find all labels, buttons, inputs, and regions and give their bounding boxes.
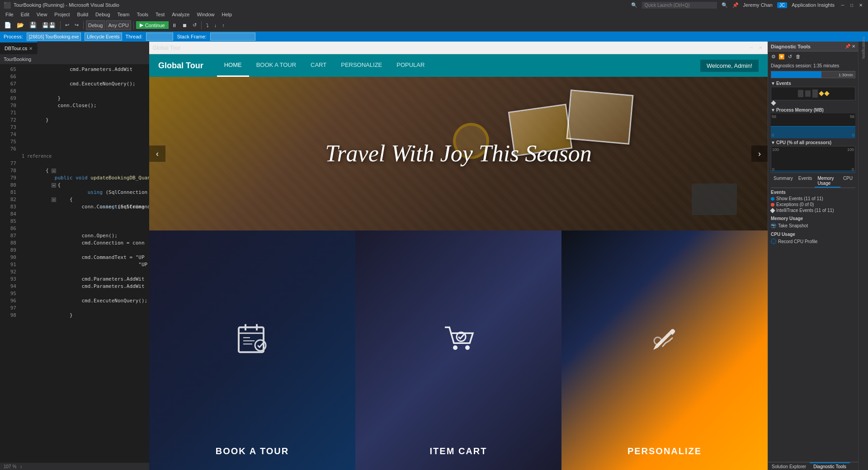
menu-analyze[interactable]: Analyze bbox=[168, 11, 193, 18]
diag-time-bar: 1:30min bbox=[771, 71, 855, 78]
code-line-97 bbox=[22, 305, 146, 312]
card-personalize[interactable]: PERSONALIZE bbox=[561, 230, 768, 470]
diag-settings-icon[interactable]: ⚙ bbox=[770, 53, 777, 60]
save-btn[interactable]: 💾 bbox=[27, 20, 39, 30]
menu-window[interactable]: Window bbox=[193, 11, 218, 18]
nav-home[interactable]: HOME bbox=[217, 54, 249, 77]
events-bar-3 bbox=[812, 89, 818, 98]
card-item-cart[interactable]: ITEM CART bbox=[355, 230, 561, 470]
nav-popular[interactable]: POPULAR bbox=[389, 54, 432, 77]
diagnostic-panel: Diagnostic Tools 📌 ✕ ⚙ 🔽 ↺ 🗑 Diagnostics… bbox=[768, 42, 858, 470]
memory-usage-title: Memory Usage bbox=[771, 216, 855, 221]
diag-tab-memory[interactable]: Memory Usage bbox=[815, 175, 840, 188]
app-close[interactable]: ✕ bbox=[757, 44, 764, 52]
cpu-dropdown[interactable]: Any CPU bbox=[106, 20, 131, 30]
hero-prev-btn[interactable]: ‹ bbox=[149, 146, 165, 162]
step-into-btn[interactable]: ↓ bbox=[212, 20, 219, 30]
new-project-btn[interactable]: 📄 bbox=[2, 20, 14, 30]
close-btn[interactable]: ✕ bbox=[857, 1, 864, 9]
code-line-98: } bbox=[22, 312, 146, 319]
diag-filter-icon[interactable]: 🔽 bbox=[778, 53, 785, 60]
undo-btn[interactable]: ↩ bbox=[63, 20, 71, 30]
app-minimize[interactable]: ─ bbox=[748, 44, 755, 52]
diag-events-section[interactable]: ▼ Events bbox=[771, 81, 855, 86]
play-icon: ▶ bbox=[140, 22, 143, 28]
zoom-indicator: 107 % ↕ bbox=[0, 463, 149, 470]
quick-launch-text[interactable]: Quick Launch (Ctrl+Q) bbox=[642, 2, 717, 9]
menu-edit[interactable]: Edit bbox=[17, 11, 33, 18]
menu-test[interactable]: Test bbox=[152, 11, 168, 18]
card-personalize-label: PERSONALIZE bbox=[561, 446, 768, 456]
continue-btn[interactable]: ▶ Continue bbox=[136, 21, 169, 29]
save-all-btn[interactable]: 💾💾 bbox=[40, 20, 58, 30]
menu-view[interactable]: View bbox=[33, 11, 51, 18]
diag-pin[interactable]: 📌 bbox=[845, 44, 850, 49]
event-item-3[interactable]: IntelliTrace Events (11 of 11) bbox=[771, 207, 855, 213]
diag-content: Diagnostics session: 1:35 minutes 1:30mi… bbox=[768, 61, 858, 462]
maximize-btn[interactable]: □ bbox=[848, 1, 855, 9]
code-line-83: conn.ConnectionString bbox=[22, 203, 146, 211]
diag-cpu-section[interactable]: ▼ CPU (% of all processors) bbox=[771, 140, 855, 145]
restart-btn[interactable]: ↺ bbox=[190, 20, 199, 30]
tab-dbtour-close[interactable]: ✕ bbox=[29, 46, 33, 51]
cpu-chart: 100 100 0 0 bbox=[771, 146, 855, 173]
record-cpu-action[interactable]: ○ Record CPU Profile bbox=[771, 238, 855, 245]
user-avatar: JC bbox=[777, 2, 787, 8]
pause-btn[interactable]: ⏸ bbox=[170, 20, 179, 30]
diag-tab-summary[interactable]: Summary bbox=[771, 175, 796, 188]
event-item-2[interactable]: Exceptions (0 of 0) bbox=[771, 202, 855, 207]
diag-tools-tab[interactable]: Diagnostic Tools bbox=[810, 462, 850, 470]
take-snapshot-action[interactable]: 📷 Take Snapshot bbox=[771, 222, 855, 229]
step-out-btn[interactable]: ↑ bbox=[220, 20, 227, 30]
nav-book[interactable]: BOOK A TOUR bbox=[249, 54, 303, 77]
debug-bar: Process: [26816] TourBooking.exe Lifecyc… bbox=[0, 32, 868, 42]
hero-title: Travel With Joy This Season bbox=[325, 140, 591, 168]
menu-help[interactable]: Help bbox=[218, 11, 236, 18]
code-line-69: } bbox=[22, 95, 146, 102]
nav-cart[interactable]: CART bbox=[303, 54, 334, 77]
diag-events-label: Events bbox=[776, 81, 791, 86]
step-over-btn[interactable]: ⤵ bbox=[204, 20, 211, 30]
diag-tab-cpu[interactable]: CPU bbox=[840, 175, 855, 188]
diag-clear-icon[interactable]: 🗑 bbox=[794, 53, 802, 60]
menu-build[interactable]: Build bbox=[74, 11, 92, 18]
open-btn[interactable]: 📂 bbox=[14, 20, 26, 30]
memory-max-right: 56 bbox=[850, 114, 854, 119]
debug-config-dropdown[interactable]: Debug bbox=[86, 20, 105, 30]
lifecycle-dropdown[interactable]: Lifecycle Events bbox=[85, 33, 122, 41]
menu-project[interactable]: Project bbox=[51, 11, 73, 18]
app-window-controls: ─ ✕ bbox=[748, 44, 764, 52]
menu-file[interactable]: File bbox=[2, 11, 17, 18]
menu-team[interactable]: Team bbox=[114, 11, 133, 18]
quick-launch-icon: 🔍 bbox=[631, 2, 637, 8]
code-content[interactable]: cmd.Parameters.AddWit cmd.ExecuteNonQuer… bbox=[18, 64, 149, 463]
event-label-2: Exceptions (0 of 0) bbox=[776, 202, 814, 207]
user-name: Jeremy Chan bbox=[743, 2, 773, 8]
menu-tools[interactable]: Tools bbox=[133, 11, 152, 18]
take-snapshot-label: Take Snapshot bbox=[778, 223, 808, 228]
stop-btn[interactable]: ⏹ bbox=[180, 20, 189, 30]
minimize-btn[interactable]: ─ bbox=[839, 1, 846, 9]
diag-memory-section[interactable]: ▼ Process Memory (MB) bbox=[771, 108, 855, 113]
record-cpu-label: Record CPU Profile bbox=[778, 239, 817, 244]
diag-toolbar: ⚙ 🔽 ↺ 🗑 bbox=[768, 52, 858, 61]
redo-btn[interactable]: ↪ bbox=[72, 20, 81, 30]
menu-debug[interactable]: Debug bbox=[92, 11, 113, 18]
hero-next-btn[interactable]: › bbox=[751, 146, 768, 162]
tab-dbtour[interactable]: DBTour.cs ✕ bbox=[0, 42, 38, 54]
app-insights-link[interactable]: Application Insights bbox=[792, 2, 835, 8]
line-numbers: 65 66 67 68 69 70 71 72 73 74 75 76 77 7… bbox=[0, 64, 18, 463]
notif-icon-1[interactable]: Notifications bbox=[859, 43, 868, 52]
diag-refresh-icon[interactable]: ↺ bbox=[786, 53, 793, 60]
card-book-tour[interactable]: BOOK A TOUR bbox=[149, 230, 355, 470]
event-item-1[interactable]: Show Events (11 of 11) bbox=[771, 196, 855, 202]
thread-dropdown[interactable] bbox=[146, 33, 173, 41]
sol-explorer-tab[interactable]: Solution Explorer bbox=[768, 462, 810, 470]
title-bar-left: ⬛ TourBooking (Running) - Microsoft Visu… bbox=[4, 2, 119, 9]
process-dropdown[interactable]: [26816] TourBooking.exe bbox=[27, 33, 81, 41]
nav-personalize[interactable]: PERSONALIZE bbox=[334, 54, 389, 77]
diag-close[interactable]: ✕ bbox=[852, 44, 855, 49]
stack-dropdown[interactable] bbox=[210, 33, 255, 41]
fold-icon-77[interactable]: − bbox=[52, 169, 56, 173]
diag-tab-events[interactable]: Events bbox=[796, 175, 815, 188]
